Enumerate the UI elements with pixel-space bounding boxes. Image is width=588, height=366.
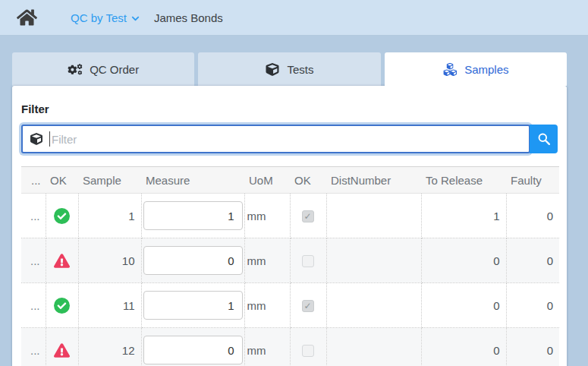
tab-tests[interactable]: Tests <box>198 52 380 86</box>
cube-icon <box>30 133 42 145</box>
row-status-cell <box>46 238 78 283</box>
row-sample-value: 12 <box>78 328 141 366</box>
tab-label: Tests <box>287 63 313 76</box>
ok-checkbox[interactable] <box>302 210 314 222</box>
tab-bar: QC Order Tests Samples <box>12 52 567 86</box>
row-faulty: 0 <box>506 328 559 366</box>
row-uom: mm <box>244 328 290 366</box>
col-header-more: ... <box>21 167 46 194</box>
col-header-ok2: OK <box>290 167 326 194</box>
tab-label: QC Order <box>90 63 139 76</box>
cube-icon <box>265 63 280 76</box>
fail-warning-icon <box>54 253 70 269</box>
row-faulty: 0 <box>506 283 559 328</box>
samples-table: ... OK Sample Measure UoM OK DistNumber … <box>21 166 559 366</box>
row-distnumber <box>326 328 421 366</box>
row-more-button[interactable]: ... <box>21 328 46 366</box>
filter-section-label: Filter <box>21 103 558 115</box>
row-distnumber <box>326 283 421 328</box>
ok-checkbox[interactable] <box>302 300 314 312</box>
col-header-measure: Measure <box>141 167 244 194</box>
topbar: QC by Test James Bonds <box>0 0 588 36</box>
row-to-release: 0 <box>421 238 506 283</box>
row-uom: mm <box>244 283 290 328</box>
tab-label: Samples <box>464 63 508 76</box>
tab-samples[interactable]: Samples <box>385 52 567 86</box>
row-sample-value: 11 <box>78 283 141 328</box>
fail-warning-icon <box>54 342 70 358</box>
cubes-icon <box>442 63 458 76</box>
tab-qc-order[interactable]: QC Order <box>12 52 194 86</box>
row-uom: mm <box>244 238 290 283</box>
col-header-distnumber: DistNumber <box>326 167 421 194</box>
table-row: ... 1 mm 1 0 <box>21 194 559 238</box>
row-more-button[interactable]: ... <box>21 194 46 238</box>
row-to-release: 1 <box>421 194 506 238</box>
table-row: ... 12 mm 0 0 <box>21 328 559 366</box>
pass-check-icon <box>54 208 70 224</box>
row-more-button[interactable]: ... <box>21 283 46 328</box>
table-header-row: ... OK Sample Measure UoM OK DistNumber … <box>21 167 559 194</box>
home-button[interactable] <box>17 8 37 27</box>
col-header-to-release: To Release <box>421 167 506 194</box>
row-status-cell <box>46 194 78 238</box>
chevron-down-icon <box>131 14 140 23</box>
filter-input[interactable] <box>50 133 529 146</box>
measure-input[interactable] <box>143 336 243 364</box>
search-button[interactable] <box>530 125 558 153</box>
row-uom: mm <box>244 194 290 238</box>
filter-group <box>21 125 558 153</box>
col-header-ok: OK <box>46 167 78 194</box>
ok-checkbox[interactable] <box>302 255 314 267</box>
row-sample-value: 10 <box>78 238 141 283</box>
filter-input-wrapper <box>21 125 530 153</box>
col-header-uom: UoM <box>244 167 290 194</box>
search-icon <box>537 132 551 146</box>
row-status-cell <box>46 328 78 366</box>
row-status-cell <box>46 283 78 328</box>
measure-input[interactable] <box>143 246 243 275</box>
row-to-release: 0 <box>421 283 506 328</box>
row-sample-value: 1 <box>78 194 141 238</box>
samples-table-body: ... 1 mm 1 0 ... 10 mm 0 0 ... 11 mm 0 0… <box>21 194 559 366</box>
table-row: ... 10 mm 0 0 <box>21 238 559 283</box>
measure-input[interactable] <box>143 291 243 320</box>
ok-checkbox[interactable] <box>302 345 314 357</box>
col-header-faulty: Faulty <box>506 167 559 194</box>
qc-by-test-dropdown[interactable]: QC by Test <box>71 11 140 24</box>
row-more-button[interactable]: ... <box>21 238 46 283</box>
row-faulty: 0 <box>506 194 559 238</box>
row-distnumber <box>326 238 421 283</box>
col-header-sample: Sample <box>78 167 141 194</box>
user-name: James Bonds <box>154 11 223 24</box>
samples-panel: Filter ... OK Sample Measure UoM OK Dist… <box>12 86 567 366</box>
pass-check-icon <box>54 298 70 314</box>
qc-by-test-label: QC by Test <box>71 11 127 24</box>
measure-input[interactable] <box>143 201 243 230</box>
row-to-release: 0 <box>421 328 506 366</box>
table-row: ... 11 mm 0 0 <box>21 283 559 328</box>
row-faulty: 0 <box>506 238 559 283</box>
gears-icon <box>68 63 83 76</box>
row-distnumber <box>326 194 421 238</box>
home-icon <box>17 8 37 27</box>
